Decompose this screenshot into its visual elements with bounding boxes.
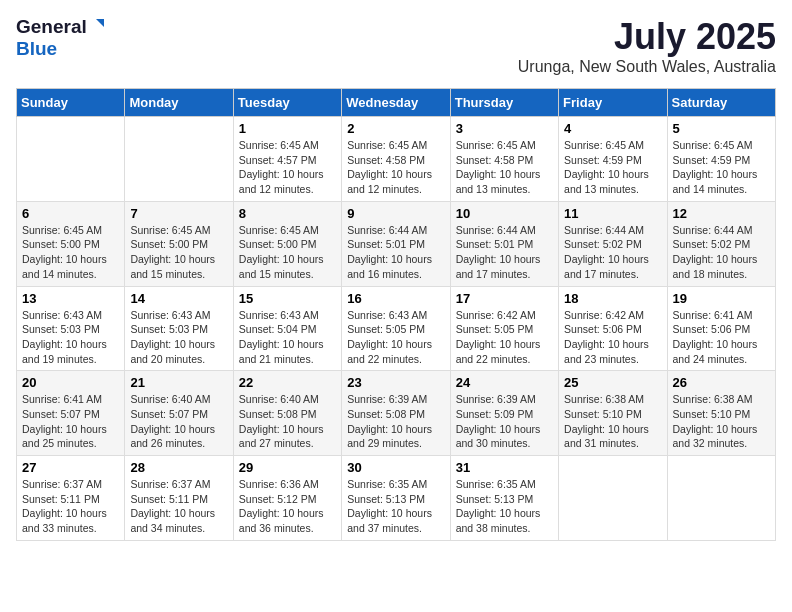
calendar-week-row: 6Sunrise: 6:45 AM Sunset: 5:00 PM Daylig… xyxy=(17,201,776,286)
day-number: 22 xyxy=(239,375,336,390)
calendar-cell: 18Sunrise: 6:42 AM Sunset: 5:06 PM Dayli… xyxy=(559,286,667,371)
day-number: 25 xyxy=(564,375,661,390)
day-number: 15 xyxy=(239,291,336,306)
day-number: 16 xyxy=(347,291,444,306)
day-info: Sunrise: 6:45 AM Sunset: 4:59 PM Dayligh… xyxy=(673,138,770,197)
day-info: Sunrise: 6:38 AM Sunset: 5:10 PM Dayligh… xyxy=(564,392,661,451)
day-info: Sunrise: 6:45 AM Sunset: 4:59 PM Dayligh… xyxy=(564,138,661,197)
calendar-cell: 1Sunrise: 6:45 AM Sunset: 4:57 PM Daylig… xyxy=(233,117,341,202)
calendar-cell xyxy=(667,456,775,541)
calendar-cell: 19Sunrise: 6:41 AM Sunset: 5:06 PM Dayli… xyxy=(667,286,775,371)
day-info: Sunrise: 6:45 AM Sunset: 4:58 PM Dayligh… xyxy=(456,138,553,197)
logo: General Blue xyxy=(16,16,105,60)
day-info: Sunrise: 6:36 AM Sunset: 5:12 PM Dayligh… xyxy=(239,477,336,536)
calendar-cell: 31Sunrise: 6:35 AM Sunset: 5:13 PM Dayli… xyxy=(450,456,558,541)
weekday-header: Saturday xyxy=(667,89,775,117)
day-number: 9 xyxy=(347,206,444,221)
day-info: Sunrise: 6:40 AM Sunset: 5:07 PM Dayligh… xyxy=(130,392,227,451)
day-number: 20 xyxy=(22,375,119,390)
day-number: 30 xyxy=(347,460,444,475)
calendar-cell xyxy=(125,117,233,202)
calendar-cell: 13Sunrise: 6:43 AM Sunset: 5:03 PM Dayli… xyxy=(17,286,125,371)
calendar-week-row: 27Sunrise: 6:37 AM Sunset: 5:11 PM Dayli… xyxy=(17,456,776,541)
weekday-header: Thursday xyxy=(450,89,558,117)
day-info: Sunrise: 6:43 AM Sunset: 5:03 PM Dayligh… xyxy=(22,308,119,367)
day-number: 18 xyxy=(564,291,661,306)
weekday-header: Tuesday xyxy=(233,89,341,117)
day-info: Sunrise: 6:44 AM Sunset: 5:02 PM Dayligh… xyxy=(564,223,661,282)
calendar-cell: 7Sunrise: 6:45 AM Sunset: 5:00 PM Daylig… xyxy=(125,201,233,286)
day-number: 4 xyxy=(564,121,661,136)
calendar-cell: 29Sunrise: 6:36 AM Sunset: 5:12 PM Dayli… xyxy=(233,456,341,541)
day-number: 27 xyxy=(22,460,119,475)
day-number: 28 xyxy=(130,460,227,475)
calendar-cell: 20Sunrise: 6:41 AM Sunset: 5:07 PM Dayli… xyxy=(17,371,125,456)
day-number: 31 xyxy=(456,460,553,475)
calendar-cell: 10Sunrise: 6:44 AM Sunset: 5:01 PM Dayli… xyxy=(450,201,558,286)
day-info: Sunrise: 6:39 AM Sunset: 5:09 PM Dayligh… xyxy=(456,392,553,451)
calendar-week-row: 20Sunrise: 6:41 AM Sunset: 5:07 PM Dayli… xyxy=(17,371,776,456)
day-info: Sunrise: 6:44 AM Sunset: 5:01 PM Dayligh… xyxy=(347,223,444,282)
day-info: Sunrise: 6:37 AM Sunset: 5:11 PM Dayligh… xyxy=(22,477,119,536)
day-number: 2 xyxy=(347,121,444,136)
day-info: Sunrise: 6:41 AM Sunset: 5:06 PM Dayligh… xyxy=(673,308,770,367)
day-number: 7 xyxy=(130,206,227,221)
day-number: 8 xyxy=(239,206,336,221)
calendar-cell xyxy=(17,117,125,202)
calendar-cell: 8Sunrise: 6:45 AM Sunset: 5:00 PM Daylig… xyxy=(233,201,341,286)
calendar-week-row: 1Sunrise: 6:45 AM Sunset: 4:57 PM Daylig… xyxy=(17,117,776,202)
calendar-header-row: SundayMondayTuesdayWednesdayThursdayFrid… xyxy=(17,89,776,117)
calendar-cell xyxy=(559,456,667,541)
calendar-cell: 5Sunrise: 6:45 AM Sunset: 4:59 PM Daylig… xyxy=(667,117,775,202)
day-number: 14 xyxy=(130,291,227,306)
logo-wing-icon xyxy=(88,19,104,35)
calendar-cell: 2Sunrise: 6:45 AM Sunset: 4:58 PM Daylig… xyxy=(342,117,450,202)
day-info: Sunrise: 6:41 AM Sunset: 5:07 PM Dayligh… xyxy=(22,392,119,451)
day-number: 12 xyxy=(673,206,770,221)
day-info: Sunrise: 6:38 AM Sunset: 5:10 PM Dayligh… xyxy=(673,392,770,451)
day-number: 13 xyxy=(22,291,119,306)
calendar-table: SundayMondayTuesdayWednesdayThursdayFrid… xyxy=(16,88,776,541)
day-info: Sunrise: 6:43 AM Sunset: 5:04 PM Dayligh… xyxy=(239,308,336,367)
day-number: 23 xyxy=(347,375,444,390)
day-number: 11 xyxy=(564,206,661,221)
calendar-cell: 26Sunrise: 6:38 AM Sunset: 5:10 PM Dayli… xyxy=(667,371,775,456)
calendar-cell: 28Sunrise: 6:37 AM Sunset: 5:11 PM Dayli… xyxy=(125,456,233,541)
day-info: Sunrise: 6:44 AM Sunset: 5:01 PM Dayligh… xyxy=(456,223,553,282)
day-info: Sunrise: 6:43 AM Sunset: 5:05 PM Dayligh… xyxy=(347,308,444,367)
day-info: Sunrise: 6:37 AM Sunset: 5:11 PM Dayligh… xyxy=(130,477,227,536)
day-number: 21 xyxy=(130,375,227,390)
logo-general: General xyxy=(16,16,87,38)
day-info: Sunrise: 6:39 AM Sunset: 5:08 PM Dayligh… xyxy=(347,392,444,451)
day-number: 10 xyxy=(456,206,553,221)
location-title: Urunga, New South Wales, Australia xyxy=(518,58,776,76)
calendar-cell: 24Sunrise: 6:39 AM Sunset: 5:09 PM Dayli… xyxy=(450,371,558,456)
calendar-cell: 25Sunrise: 6:38 AM Sunset: 5:10 PM Dayli… xyxy=(559,371,667,456)
day-number: 6 xyxy=(22,206,119,221)
calendar-cell: 12Sunrise: 6:44 AM Sunset: 5:02 PM Dayli… xyxy=(667,201,775,286)
day-info: Sunrise: 6:45 AM Sunset: 5:00 PM Dayligh… xyxy=(130,223,227,282)
svg-marker-0 xyxy=(96,19,104,27)
day-info: Sunrise: 6:45 AM Sunset: 4:57 PM Dayligh… xyxy=(239,138,336,197)
day-info: Sunrise: 6:44 AM Sunset: 5:02 PM Dayligh… xyxy=(673,223,770,282)
calendar-cell: 15Sunrise: 6:43 AM Sunset: 5:04 PM Dayli… xyxy=(233,286,341,371)
day-number: 1 xyxy=(239,121,336,136)
weekday-header: Sunday xyxy=(17,89,125,117)
calendar-cell: 23Sunrise: 6:39 AM Sunset: 5:08 PM Dayli… xyxy=(342,371,450,456)
calendar-cell: 14Sunrise: 6:43 AM Sunset: 5:03 PM Dayli… xyxy=(125,286,233,371)
day-info: Sunrise: 6:35 AM Sunset: 5:13 PM Dayligh… xyxy=(347,477,444,536)
calendar-cell: 27Sunrise: 6:37 AM Sunset: 5:11 PM Dayli… xyxy=(17,456,125,541)
day-number: 29 xyxy=(239,460,336,475)
day-number: 24 xyxy=(456,375,553,390)
calendar-cell: 4Sunrise: 6:45 AM Sunset: 4:59 PM Daylig… xyxy=(559,117,667,202)
calendar-cell: 22Sunrise: 6:40 AM Sunset: 5:08 PM Dayli… xyxy=(233,371,341,456)
day-info: Sunrise: 6:45 AM Sunset: 4:58 PM Dayligh… xyxy=(347,138,444,197)
day-number: 26 xyxy=(673,375,770,390)
day-info: Sunrise: 6:42 AM Sunset: 5:05 PM Dayligh… xyxy=(456,308,553,367)
weekday-header: Monday xyxy=(125,89,233,117)
page-header: General Blue July 2025 Urunga, New South… xyxy=(16,16,776,76)
day-info: Sunrise: 6:45 AM Sunset: 5:00 PM Dayligh… xyxy=(239,223,336,282)
calendar-cell: 21Sunrise: 6:40 AM Sunset: 5:07 PM Dayli… xyxy=(125,371,233,456)
month-title: July 2025 xyxy=(518,16,776,58)
logo-blue: Blue xyxy=(16,38,57,59)
